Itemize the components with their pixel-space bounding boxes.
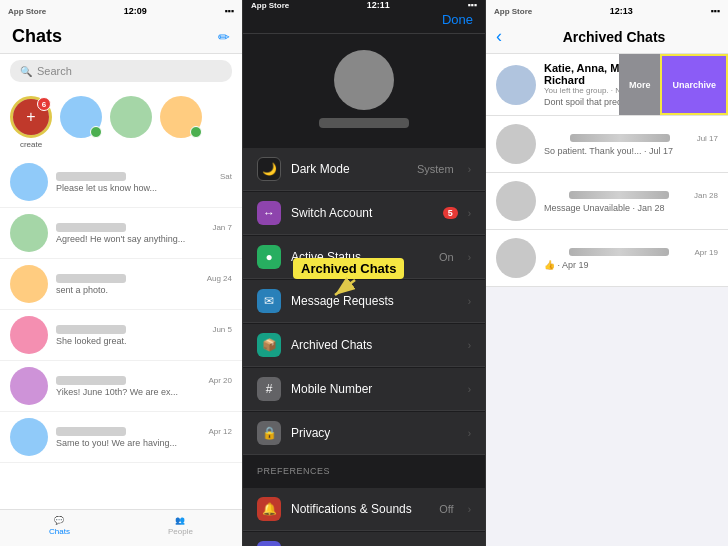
status-bar-2: App Store 12:11 ▪▪▪: [243, 0, 485, 10]
chevron-icon: ›: [468, 428, 471, 439]
chat-item[interactable]: Apr 12 Same to you! We are having...: [0, 412, 242, 463]
mobile-number-label: Mobile Number: [291, 382, 458, 396]
settings-row-switch-account[interactable]: ↔ Switch Account 5 ›: [243, 192, 485, 235]
settings-row-phone-contacts[interactable]: 👥 Phone Contacts ›: [243, 532, 485, 546]
settings-row-archived-chats[interactable]: 📦 Archived Chats ›: [243, 324, 485, 367]
done-button[interactable]: Done: [442, 12, 473, 27]
battery-icons-1: ▪▪▪: [224, 6, 234, 16]
archived-preview: 👍 · Apr 19: [544, 260, 718, 270]
tab-chats[interactable]: 💬 Chats: [49, 516, 70, 536]
chat-name-bar: [56, 325, 126, 334]
chat-time: Aug 24: [207, 274, 232, 283]
archived-chats-title: Archived Chats: [510, 29, 718, 45]
chat-time: Sat: [220, 172, 232, 181]
story-2[interactable]: [110, 96, 152, 138]
status-bar-1: App Store 12:09 ▪▪▪: [0, 0, 243, 22]
archived-preview: So patient. Thank you!... · Jul 17: [544, 146, 718, 156]
archived-avatar: [496, 238, 536, 278]
archived-item[interactable]: Jan 28 Message Unavailable · Jan 28: [486, 173, 728, 230]
chevron-icon: ›: [468, 164, 471, 175]
archived-meta: Apr 19: [694, 248, 718, 257]
chat-info: Jun 5 She looked great.: [56, 325, 232, 346]
chat-info: Aug 24 sent a photo.: [56, 274, 232, 295]
chat-time: Jun 5: [212, 325, 232, 334]
archived-item[interactable]: Apr 19 👍 · Apr 19: [486, 230, 728, 287]
chat-info: Apr 20 Yikes! June 10th? We are ex...: [56, 376, 232, 397]
people-tab-icon: 👥: [175, 516, 185, 525]
notifications-icon: 🔔: [257, 497, 281, 521]
chat-avatar: [10, 265, 48, 303]
chat-preview: Agreed! He won't say anything...: [56, 234, 232, 244]
preferences-group: 🔔 Notifications & Sounds Off › 👥 Phone C…: [243, 480, 485, 546]
chevron-icon: ›: [468, 384, 471, 395]
archived-avatar: [496, 181, 536, 221]
chat-name-bar: [56, 172, 126, 181]
stories-row: 6 + create: [0, 88, 242, 157]
archived-name-blurred: [570, 134, 670, 142]
people-tab-label: People: [168, 527, 193, 536]
tab-people[interactable]: 👥 People: [168, 516, 193, 536]
time-1: 12:09: [124, 6, 147, 16]
chats-tab-icon: 💬: [54, 516, 64, 525]
archived-chats-label: Archived Chats: [291, 338, 458, 352]
app-store-label: App Store: [8, 7, 46, 16]
battery-icons-3: ▪▪▪: [710, 6, 720, 16]
chat-avatar: [10, 418, 48, 456]
message-requests-icon: ✉: [257, 289, 281, 313]
settings-row-privacy[interactable]: 🔒 Privacy ›: [243, 412, 485, 455]
search-bar[interactable]: 🔍 Search: [10, 60, 232, 82]
chat-item[interactable]: Apr 20 Yikes! June 10th? We are ex...: [0, 361, 242, 412]
archived-avatar: [496, 65, 536, 105]
profile-name: [319, 118, 409, 128]
switch-account-icon: ↔: [257, 201, 281, 225]
search-label: Search: [37, 65, 72, 77]
settings-row-notifications[interactable]: 🔔 Notifications & Sounds Off ›: [243, 488, 485, 531]
time-3: 12:13: [610, 6, 633, 16]
status-bar-3: App Store 12:13 ▪▪▪: [486, 0, 728, 22]
settings-row-mobile-number[interactable]: # Mobile Number ›: [243, 368, 485, 411]
story-badge: 6: [37, 97, 51, 111]
chat-name-bar: [56, 427, 126, 436]
archived-info: Jul 17 So patient. Thank you!... · Jul 1…: [544, 132, 718, 156]
archived-item[interactable]: Jul 17 So patient. Thank you!... · Jul 1…: [486, 116, 728, 173]
chat-item[interactable]: Jun 5 She looked great.: [0, 310, 242, 361]
phone-archived: App Store 12:13 ▪▪▪ ‹ Archived Chats Kat…: [486, 0, 728, 546]
chat-item[interactable]: Aug 24 sent a photo.: [0, 259, 242, 310]
archived-meta: Jul 17: [697, 134, 718, 143]
dark-mode-icon: 🌙: [257, 157, 281, 181]
settings-group: 🌙 Dark Mode System › ↔ Switch Account 5 …: [243, 140, 485, 456]
profile-section: [243, 34, 485, 140]
chevron-icon: ›: [468, 252, 471, 263]
chat-preview: sent a photo.: [56, 285, 232, 295]
swipe-actions: More Unarchive: [619, 54, 728, 115]
settings-row-message-requests[interactable]: ✉ Message Requests ›: [243, 280, 485, 323]
archived-meta: Jan 28: [694, 191, 718, 200]
more-button[interactable]: More: [619, 54, 661, 115]
switch-account-label: Switch Account: [291, 206, 433, 220]
story-3[interactable]: [160, 96, 202, 138]
unarchive-button[interactable]: Unarchive: [660, 54, 728, 115]
settings-row-dark-mode[interactable]: 🌙 Dark Mode System ›: [243, 148, 485, 191]
message-requests-label: Message Requests: [291, 294, 458, 308]
phone-contacts-icon: 👥: [257, 541, 281, 546]
chat-item[interactable]: Jan 7 Agreed! He won't say anything...: [0, 208, 242, 259]
archived-item[interactable]: Katie, Anna, Michael, Richard Nov 22 You…: [486, 54, 728, 116]
time-2: 12:11: [367, 0, 390, 10]
nav-bar-chats: Chats ✏: [0, 22, 242, 54]
back-button[interactable]: ‹: [496, 26, 502, 47]
chat-item[interactable]: Sat Please let us know how...: [0, 157, 242, 208]
search-icon: 🔍: [20, 66, 32, 77]
chat-avatar: [10, 163, 48, 201]
chat-avatar: [10, 214, 48, 252]
tab-bar: 💬 Chats 👥 People: [0, 509, 242, 546]
story-create[interactable]: 6 +: [10, 96, 52, 138]
chat-preview: Same to you! We are having...: [56, 438, 232, 448]
chat-preview: Please let us know how...: [56, 183, 232, 193]
compose-icon[interactable]: ✏: [218, 29, 230, 45]
battery-icons-2: ▪▪▪: [467, 0, 477, 10]
story-1[interactable]: [60, 96, 102, 138]
archived-info: Jan 28 Message Unavailable · Jan 28: [544, 189, 718, 213]
archived-chats-icon: 📦: [257, 333, 281, 357]
chats-tab-label: Chats: [49, 527, 70, 536]
store-label-3: App Store: [494, 7, 532, 16]
